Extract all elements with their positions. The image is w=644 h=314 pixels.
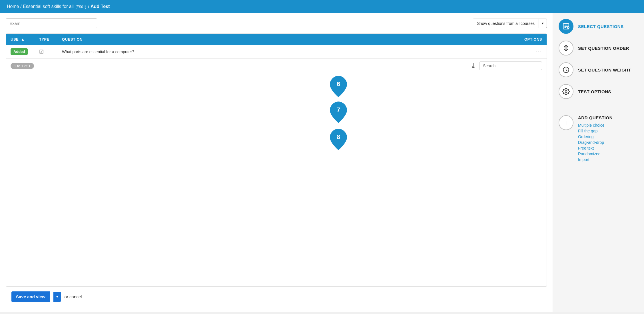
sidebar-item-set-question-order[interactable]: SET QUESTION ORDER xyxy=(559,41,638,55)
table-spacer xyxy=(6,73,547,286)
exam-input[interactable] xyxy=(6,18,97,28)
add-import-link[interactable]: Import xyxy=(578,157,613,162)
save-view-dropdown-button[interactable]: ▾ xyxy=(53,292,61,302)
col-type-header[interactable]: TYPE xyxy=(39,37,62,41)
select-questions-label: SELECT QUESTIONS xyxy=(578,24,624,29)
sidebar-item-select-questions[interactable]: SELECT QUESTIONS xyxy=(559,19,638,34)
select-questions-icon xyxy=(559,19,573,34)
set-question-weight-icon xyxy=(559,62,573,77)
add-multiple-choice-link[interactable]: Multiple choice xyxy=(578,123,613,128)
breadcrumb-course-code: (ES01) xyxy=(75,5,86,9)
right-sidebar: SELECT QUESTIONS SET QUESTION ORDER S xyxy=(553,13,644,312)
sidebar-divider xyxy=(559,107,638,107)
col-question-header[interactable]: QUESTION xyxy=(62,37,508,41)
add-question-icon[interactable]: + xyxy=(559,115,573,130)
or-cancel-text[interactable]: or cancel xyxy=(65,294,82,299)
use-cell: Added xyxy=(11,48,39,55)
added-badge: Added xyxy=(11,48,28,55)
add-fill-the-gap-link[interactable]: Fill the gap xyxy=(578,129,613,133)
page-title: Add Test xyxy=(91,4,110,9)
options-menu-button[interactable]: ··· xyxy=(508,48,542,55)
col-options-header[interactable]: OPTIONS xyxy=(508,37,542,41)
table-row: Added ☑ What parts are essential for a c… xyxy=(6,45,547,59)
add-drag-and-drop-link[interactable]: Drag-and-drop xyxy=(578,140,613,145)
set-question-weight-label: SET QUESTION WEIGHT xyxy=(578,67,631,72)
test-options-label: TEST OPTIONS xyxy=(578,89,611,94)
type-cell: ☑ xyxy=(39,49,62,55)
table-header: USE ▲ TYPE QUESTION OPTIONS xyxy=(6,34,547,45)
bottom-bar: Save and view ▾ or cancel xyxy=(6,287,547,307)
show-questions-container: Show questions from all courses ▾ xyxy=(473,19,547,28)
add-free-text-link[interactable]: Free text xyxy=(578,146,613,150)
pagination-badge: 1 to 1 of 1 xyxy=(11,63,34,69)
add-question-links: ADD QUESTION Multiple choice Fill the ga… xyxy=(578,115,613,162)
svg-point-7 xyxy=(565,91,567,93)
table-footer: 1 to 1 of 1 ⤓ xyxy=(6,59,547,73)
question-table: USE ▲ TYPE QUESTION OPTIONS Added ☑ What… xyxy=(6,33,547,287)
breadcrumb: Home / Essential soft skills for all (ES… xyxy=(7,4,110,9)
save-view-button[interactable]: Save and view xyxy=(11,291,50,302)
search-input[interactable] xyxy=(479,61,542,70)
add-question-title: ADD QUESTION xyxy=(578,115,613,120)
show-questions-dropdown-button[interactable]: ▾ xyxy=(539,19,547,28)
add-randomized-link[interactable]: Randomized xyxy=(578,152,613,156)
breadcrumb-course[interactable]: Essential soft skills for all xyxy=(23,4,74,9)
sidebar-item-test-options[interactable]: TEST OPTIONS xyxy=(559,84,638,99)
top-bar: Show questions from all courses ▾ xyxy=(6,18,547,28)
show-questions-button[interactable]: Show questions from all courses xyxy=(473,19,539,28)
question-text: What parts are essential for a computer? xyxy=(62,49,508,54)
set-question-order-label: SET QUESTION ORDER xyxy=(578,46,629,51)
add-question-section: + ADD QUESTION Multiple choice Fill the … xyxy=(559,115,638,162)
main-layout: Show questions from all courses ▾ USE ▲ … xyxy=(0,13,644,312)
content-area: Show questions from all courses ▾ USE ▲ … xyxy=(0,13,553,312)
sidebar-item-set-question-weight[interactable]: SET QUESTION WEIGHT xyxy=(559,62,638,77)
add-ordering-link[interactable]: Ordering xyxy=(578,134,613,139)
breadcrumb-home[interactable]: Home xyxy=(7,4,19,9)
set-question-order-icon xyxy=(559,41,573,55)
download-icon[interactable]: ⤓ xyxy=(471,62,476,69)
header: Home / Essential soft skills for all (ES… xyxy=(0,0,644,13)
test-options-icon xyxy=(559,84,573,99)
col-use-header[interactable]: USE ▲ xyxy=(11,37,39,41)
